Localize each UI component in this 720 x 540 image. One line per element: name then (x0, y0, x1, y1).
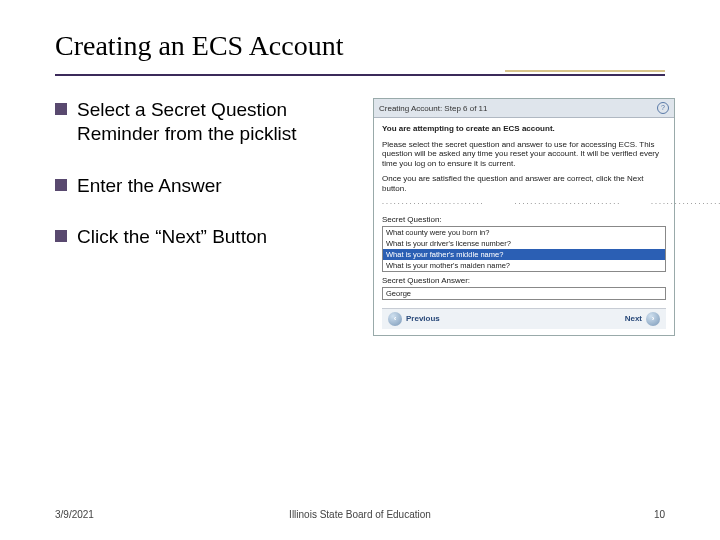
title-rule (55, 70, 665, 80)
listbox-option[interactable]: What county were you born in? (383, 227, 665, 238)
wizard-para1: Please select the secret question and an… (382, 140, 666, 169)
help-icon[interactable]: ? (657, 102, 669, 114)
screenshot-wrap: Creating Account: Step 6 of 11 ? You are… (373, 98, 675, 336)
wizard-screenshot: Creating Account: Step 6 of 11 ? You are… (373, 98, 675, 336)
bullet-list: Select a Secret Question Reminder from t… (55, 98, 355, 336)
bullet-item: Enter the Answer (55, 174, 355, 198)
bullet-square-icon (55, 230, 67, 242)
listbox-option[interactable]: What is your mother's maiden name? (383, 260, 665, 271)
slide-title: Creating an ECS Account (55, 30, 665, 62)
previous-label: Previous (406, 314, 440, 323)
footer-org: Illinois State Board of Education (0, 509, 720, 520)
slide: Creating an ECS Account Select a Secret … (0, 0, 720, 540)
wizard-navrow: ‹ Previous Next › (382, 308, 666, 329)
next-button[interactable]: Next › (625, 312, 660, 326)
answer-label: Secret Question Answer: (382, 276, 666, 285)
listbox-option-selected[interactable]: What is your father's middle name? (383, 249, 665, 260)
body-row: Select a Secret Question Reminder from t… (55, 98, 665, 336)
bullet-text: Enter the Answer (77, 174, 222, 198)
rule-main (55, 74, 665, 76)
wizard-titlebar: Creating Account: Step 6 of 11 ? (374, 99, 674, 118)
bullet-square-icon (55, 103, 67, 115)
next-label: Next (625, 314, 642, 323)
listbox-option[interactable]: What is your driver's license number? (383, 238, 665, 249)
secret-question-label: Secret Question: (382, 215, 666, 224)
bullet-item: Select a Secret Question Reminder from t… (55, 98, 355, 146)
secret-question-listbox[interactable]: What county were you born in? What is yo… (382, 226, 666, 272)
rule-accent (505, 70, 665, 72)
bullet-text: Click the “Next” Button (77, 225, 267, 249)
bullet-square-icon (55, 179, 67, 191)
answer-input[interactable]: George (382, 287, 666, 300)
wizard-dividers: ········································… (382, 200, 666, 207)
wizard-title: Creating Account: Step 6 of 11 (379, 104, 488, 113)
bullet-item: Click the “Next” Button (55, 225, 355, 249)
slide-footer: 3/9/2021 Illinois State Board of Educati… (0, 509, 720, 520)
wizard-intro: You are attempting to create an ECS acco… (382, 124, 666, 134)
wizard-para2: Once you are satisfied the question and … (382, 174, 666, 193)
arrow-left-icon: ‹ (388, 312, 402, 326)
bullet-text: Select a Secret Question Reminder from t… (77, 98, 355, 146)
wizard-body: You are attempting to create an ECS acco… (374, 118, 674, 335)
previous-button[interactable]: ‹ Previous (388, 312, 440, 326)
arrow-right-icon: › (646, 312, 660, 326)
